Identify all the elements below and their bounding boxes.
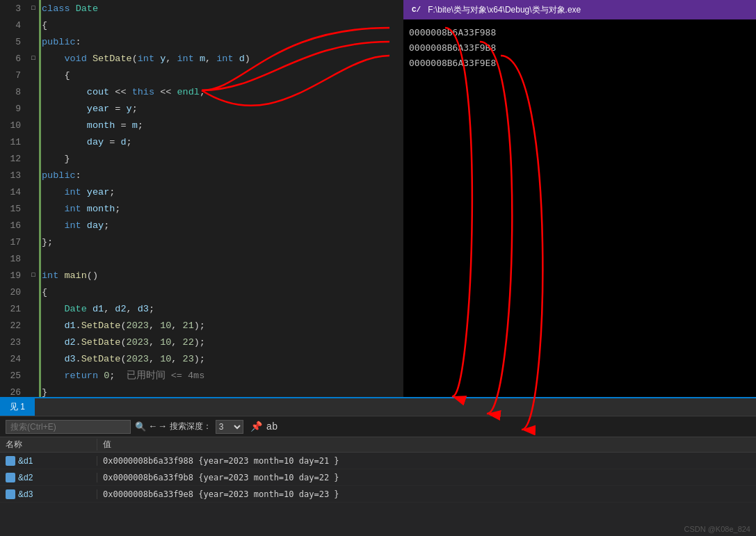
watch-name-text: &d2 [18, 473, 33, 482]
line-content: int main() [39, 270, 403, 281]
console-output-line: 0000008B6A33F9B8 [409, 40, 750, 56]
line-number: 4 [0, 20, 28, 31]
line-content: int year; [39, 187, 403, 197]
back-arrow-icon[interactable]: ← [150, 421, 156, 432]
col-header-name: 名称 [0, 439, 97, 450]
regex-icon[interactable]: ab [266, 421, 278, 432]
watch-name-text: &d3 [18, 489, 33, 499]
line-content: int day; [39, 220, 403, 231]
line-number: 20 [0, 287, 28, 298]
line-content: } [39, 387, 403, 398]
line-content: Date d1, d2, d3; [39, 304, 403, 314]
watch-row: &d20x0000008b6a33f9b8 {year=2023 month=1… [0, 469, 756, 486]
line-number: 24 [0, 354, 28, 364]
line-number: 21 [0, 304, 28, 314]
code-line: 19□int main() [0, 267, 403, 284]
code-line: 21 Date d1, d2, d3; [0, 300, 403, 317]
code-line: 11 day = d; [0, 133, 403, 150]
depth-select[interactable]: 3 1 2 4 5 [216, 420, 243, 434]
code-line: 9 year = y; [0, 100, 403, 117]
code-line: 23 d2.SetDate(2023, 10, 22); [0, 334, 403, 350]
code-line: 6□ void SetDate(int y, int m, int d) [0, 50, 403, 67]
line-content: void SetDate(int y, int m, int d) [39, 54, 403, 64]
line-content: d3.SetDate(2023, 10, 23); [39, 354, 403, 364]
line-indicator: □ [28, 272, 39, 279]
line-content: { [39, 287, 403, 298]
panel-tabs: 见 1 [0, 398, 756, 416]
code-line: 4{ [0, 17, 403, 33]
line-number: 9 [0, 104, 28, 114]
pin-icon[interactable]: 📌 [250, 421, 262, 432]
search-row: 🔍 ← → 搜索深度： 3 1 2 4 5 📌 ab [0, 416, 756, 437]
line-number: 11 [0, 137, 28, 147]
forward-arrow-icon[interactable]: → [160, 421, 166, 432]
line-number: 15 [0, 204, 28, 214]
code-line: 14 int year; [0, 184, 403, 200]
code-line: 3□class Date [0, 0, 403, 17]
watermark: CSDN @K08e_824 [684, 525, 750, 533]
line-number: 16 [0, 220, 28, 231]
watch-value-cell: 0x0000008b6a33f9b8 {year=2023 month=10 d… [97, 473, 756, 482]
code-lines: 3□class Date4{5public:6□ void SetDate(in… [0, 0, 403, 400]
line-content: return 0; 已用时间 <= 4ms [39, 369, 403, 382]
line-content: class Date [39, 3, 403, 14]
watch-name-cell: &d3 [0, 489, 97, 499]
code-line: 5public: [0, 33, 403, 50]
line-content: year = y; [39, 104, 403, 114]
code-line: 17}; [0, 234, 403, 250]
code-line: 24 d3.SetDate(2023, 10, 23); [0, 350, 403, 367]
line-number: 17 [0, 237, 28, 247]
watch-tab[interactable]: 见 1 [0, 398, 35, 416]
line-number: 22 [0, 320, 28, 331]
watch-row: &d30x0000008b6a33f9e8 {year=2023 month=1… [0, 486, 756, 503]
watch-table-rows: &d10x0000008b6a33f988 {year=2023 month=1… [0, 453, 756, 536]
code-line: 7 { [0, 67, 403, 83]
console-icon: C/ [409, 5, 424, 15]
watch-value-cell: 0x0000008b6a33f9e8 {year=2023 month=10 d… [97, 489, 756, 499]
line-content: } [39, 154, 403, 164]
watch-name-text: &d1 [18, 456, 33, 466]
code-line: 25 return 0; 已用时间 <= 4ms [0, 367, 403, 384]
line-number: 19 [0, 270, 28, 281]
code-line: 16 int day; [0, 217, 403, 234]
console-titlebar: C/ F:\bite\类与对象\x64\Debug\类与对象.exe [403, 0, 756, 19]
line-content: day = d; [39, 137, 403, 147]
line-number: 14 [0, 187, 28, 197]
line-number: 25 [0, 371, 28, 381]
watch-name-cell: &d2 [0, 473, 97, 482]
code-line: 18 [0, 250, 403, 267]
search-icon[interactable]: 🔍 [135, 421, 146, 432]
console-title: F:\bite\类与对象\x64\Debug\类与对象.exe [428, 4, 581, 16]
line-number: 18 [0, 254, 28, 264]
code-line: 20{ [0, 284, 403, 300]
line-number: 26 [0, 387, 28, 398]
line-content: public: [39, 170, 403, 181]
line-number: 10 [0, 120, 28, 131]
line-number: 8 [0, 87, 28, 97]
watch-item-icon [6, 473, 15, 482]
line-number: 5 [0, 37, 28, 47]
col-header-value: 值 [97, 439, 756, 450]
line-content: { [39, 70, 403, 81]
table-header: 名称 值 [0, 437, 756, 453]
line-number: 12 [0, 154, 28, 164]
code-line: 22 d1.SetDate(2023, 10, 21); [0, 317, 403, 334]
code-line: 8 cout << this << endl; [0, 83, 403, 100]
watch-row: &d10x0000008b6a33f988 {year=2023 month=1… [0, 453, 756, 469]
line-content: d2.SetDate(2023, 10, 22); [39, 337, 403, 348]
code-line: 15 int month; [0, 200, 403, 217]
line-indicator: □ [28, 55, 39, 62]
console-output-line: 0000008B6A33F9E8 [409, 56, 750, 71]
line-content: month = m; [39, 120, 403, 131]
watch-item-icon [6, 489, 15, 499]
search-input[interactable] [6, 420, 131, 434]
line-number: 23 [0, 337, 28, 348]
code-line: 12 } [0, 150, 403, 167]
code-line: 13public: [0, 167, 403, 184]
console-output-line: 0000008B6A33F988 [409, 25, 750, 40]
line-content: cout << this << endl; [39, 87, 403, 97]
line-content: public: [39, 37, 403, 47]
line-content: int month; [39, 204, 403, 214]
code-line: 10 month = m; [0, 117, 403, 133]
line-content: }; [39, 237, 403, 247]
